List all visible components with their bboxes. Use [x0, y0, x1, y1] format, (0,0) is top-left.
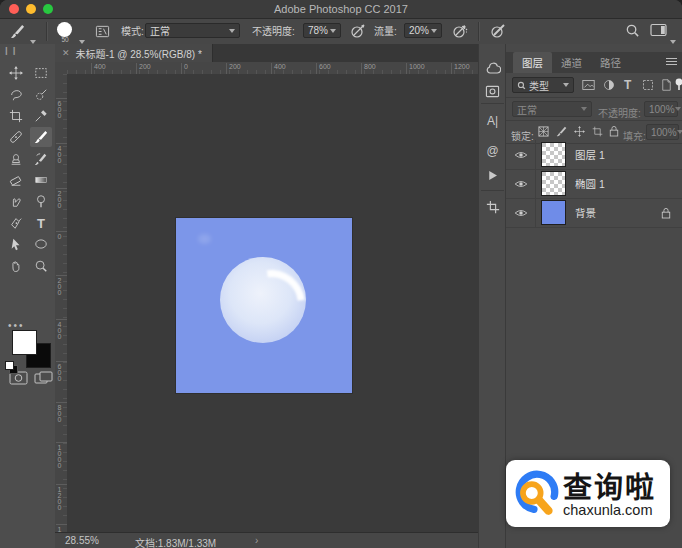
traffic-lights	[9, 4, 53, 14]
tool-dodge[interactable]	[30, 191, 52, 211]
adobe-stock-icon[interactable]	[483, 81, 502, 100]
character-panel-icon[interactable]: A|	[483, 111, 502, 130]
smart-object-filter-icon[interactable]	[661, 79, 672, 91]
lock-artboard-icon[interactable]	[592, 126, 603, 137]
type-layer-filter-icon[interactable]: T	[624, 78, 631, 92]
tools-panel: ❙❙ T	[0, 44, 56, 548]
visibility-eye-icon[interactable]	[506, 140, 536, 169]
tool-shape[interactable]	[30, 234, 52, 254]
search-icon[interactable]	[625, 23, 640, 38]
close-window-button[interactable]	[9, 4, 19, 14]
default-colors-icon[interactable]	[5, 361, 14, 370]
zoom-level-field[interactable]: 28.55%	[65, 535, 99, 546]
panel-dock: A| @	[478, 44, 506, 548]
shape-layer-filter-icon[interactable]	[642, 79, 654, 91]
mode-select[interactable]: 正常	[145, 23, 240, 38]
collapse-tools-icon[interactable]: ❙❙	[3, 46, 18, 55]
pressure-opacity-icon[interactable]	[350, 23, 366, 39]
brush-tool-preset-icon[interactable]	[10, 24, 25, 39]
tool-marquee[interactable]	[30, 63, 52, 83]
screen-mode-icon[interactable]	[34, 371, 53, 385]
tool-path-select[interactable]	[5, 234, 27, 254]
layer-filter-row: 类型 T	[506, 73, 682, 98]
document-canvas[interactable]	[176, 218, 352, 393]
tool-eraser[interactable]	[5, 170, 27, 190]
status-expand-icon[interactable]: ›	[255, 535, 258, 546]
tool-pen[interactable]	[5, 213, 27, 233]
layer-name[interactable]: 椭圆 1	[575, 176, 605, 191]
tool-clone-stamp[interactable]	[5, 149, 27, 169]
layer-lock-icon	[661, 207, 671, 219]
airbrush-icon[interactable]	[452, 23, 468, 39]
layer-row-2[interactable]: 椭圆 1	[506, 169, 682, 199]
glyphs-panel-icon[interactable]: @	[483, 141, 502, 160]
layer-opacity-field[interactable]: 100%	[644, 101, 678, 117]
canvas-pasteboard[interactable]	[67, 74, 478, 532]
tab-channels[interactable]: 通道	[552, 52, 591, 73]
watermark-name: 查询啦	[563, 464, 656, 506]
lock-pixels-icon[interactable]	[556, 126, 567, 137]
tool-gradient[interactable]	[30, 170, 52, 190]
minimize-window-button[interactable]	[26, 4, 36, 14]
tab-layers[interactable]: 图层	[513, 52, 552, 73]
tool-history-brush[interactable]	[30, 149, 52, 169]
adjustment-layer-filter-icon[interactable]	[603, 79, 615, 91]
filter-kind-select[interactable]: 类型	[512, 77, 574, 93]
layer-thumbnail[interactable]	[541, 142, 566, 167]
fill-field[interactable]: 100%	[646, 124, 679, 140]
flow-field[interactable]: 20%	[404, 23, 442, 38]
mode-label: 模式:	[121, 19, 144, 44]
brush-size-value: 50	[58, 36, 72, 43]
workspace-switcher-icon[interactable]	[650, 23, 667, 37]
tool-healing-brush[interactable]	[5, 127, 27, 147]
status-bar: 28.55% 文档:1.83M/1.33M ›	[55, 532, 478, 548]
tool-eyedropper[interactable]	[30, 106, 52, 126]
blend-mode-row: 正常 不透明度: 100%	[506, 97, 682, 121]
panel-tabs: 图层 通道 路径	[506, 52, 682, 73]
tab-paths[interactable]: 路径	[591, 52, 630, 73]
actions-panel-icon[interactable]	[483, 166, 502, 185]
paint-smudge	[198, 234, 211, 244]
photoshop-window: Adobe Photoshop CC 2017 50 模式: 正常 不透明度: …	[0, 0, 682, 548]
layer-thumbnail[interactable]	[541, 200, 566, 225]
tool-hand[interactable]	[5, 256, 27, 276]
options-bar: 50 模式: 正常 不透明度: 78% 流量: 20%	[0, 19, 682, 45]
opacity-field[interactable]: 78%	[303, 23, 341, 38]
panel-menu-icon[interactable]	[666, 58, 677, 65]
layer-name[interactable]: 背景	[575, 205, 596, 220]
layer-row-background[interactable]: 背景	[506, 198, 682, 228]
tool-zoom[interactable]	[30, 256, 52, 276]
tool-lasso[interactable]	[5, 85, 27, 105]
visibility-eye-icon[interactable]	[506, 198, 536, 227]
document-tab[interactable]: ✕ 未标题-1 @ 28.5%(RGB/8) *	[55, 44, 213, 62]
tool-move[interactable]	[5, 63, 27, 83]
tool-crop[interactable]	[5, 106, 27, 126]
toggle-brush-panel-icon[interactable]	[95, 24, 110, 39]
title-bar: Adobe Photoshop CC 2017	[0, 0, 682, 19]
pressure-size-icon[interactable]	[490, 23, 506, 39]
blend-mode-select[interactable]: 正常	[512, 101, 592, 117]
properties-panel-icon[interactable]	[483, 197, 502, 216]
layer-name[interactable]: 图层 1	[575, 147, 605, 162]
document-info: 文档:1.83M/1.33M	[135, 535, 216, 548]
lock-all-icon[interactable]	[609, 125, 619, 137]
pixel-layer-filter-icon[interactable]	[582, 79, 595, 91]
visibility-eye-icon[interactable]	[506, 169, 536, 198]
zoom-window-button[interactable]	[43, 4, 53, 14]
tool-brush[interactable]	[30, 127, 52, 147]
layer-row-1[interactable]: 图层 1	[506, 140, 682, 170]
tool-blur[interactable]	[5, 191, 27, 211]
lock-position-icon[interactable]	[574, 126, 585, 137]
brush-tip-preview[interactable]	[57, 22, 72, 37]
close-tab-icon[interactable]: ✕	[62, 48, 70, 58]
foreground-color-swatch[interactable]	[12, 330, 37, 355]
lock-transparent-icon[interactable]	[538, 126, 549, 137]
document-tab-bar: ✕ 未标题-1 @ 28.5%(RGB/8) *	[55, 44, 478, 62]
layer-thumbnail[interactable]	[541, 171, 566, 196]
filter-toggle-icon[interactable]	[675, 78, 682, 91]
libraries-icon[interactable]	[483, 58, 502, 77]
flow-label: 流量:	[374, 19, 397, 44]
tool-type[interactable]: T	[30, 213, 52, 233]
opacity-label: 不透明度:	[252, 19, 295, 44]
tool-quick-select[interactable]	[30, 85, 52, 105]
